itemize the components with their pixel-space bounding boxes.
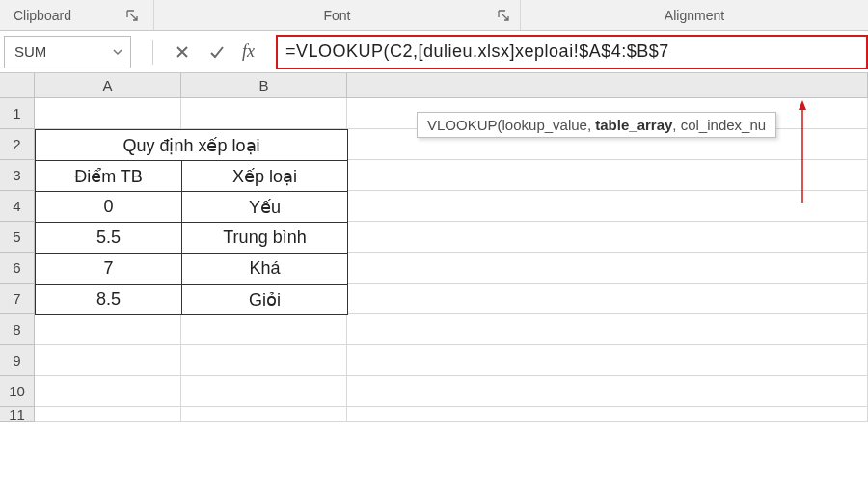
enter-icon[interactable] xyxy=(207,42,227,62)
row-header[interactable]: 5 xyxy=(0,222,35,253)
chevron-down-icon[interactable] xyxy=(111,45,124,59)
cell[interactable] xyxy=(35,314,181,345)
formula-text: =VLOOKUP(C2,[dulieu.xlsx]xeploai!$A$4:$B… xyxy=(285,41,669,62)
fx-icon[interactable]: fx xyxy=(242,41,255,62)
formula-input[interactable]: =VLOOKUP(C2,[dulieu.xlsx]xeploai!$A$4:$B… xyxy=(276,35,868,69)
syntax-arg-2: col_index_nu xyxy=(681,117,766,133)
cell[interactable] xyxy=(347,284,868,314)
cell[interactable] xyxy=(181,407,347,422)
grading-table: Quy định xếp loại Điểm TB Xếp loại 0Yếu … xyxy=(35,129,348,315)
cell[interactable] xyxy=(181,376,347,407)
worksheet-grid[interactable]: 1 2 3 4 5 6 7 8 9 10 11 Quy định xếp loạ… xyxy=(0,98,868,422)
name-box[interactable]: SUM xyxy=(4,36,131,68)
table-cell: Yếu xyxy=(182,192,348,223)
table-cell: 7 xyxy=(36,254,182,285)
name-box-value: SUM xyxy=(14,43,46,60)
ribbon-group-row: Clipboard Font Alignment xyxy=(0,0,868,31)
cell[interactable] xyxy=(181,345,347,376)
row-header[interactable]: 10 xyxy=(0,376,35,407)
syntax-fn: VLOOKUP xyxy=(427,117,498,133)
column-headers: A B xyxy=(0,73,868,98)
separator xyxy=(152,40,153,65)
table-cell: Giỏi xyxy=(182,285,348,315)
cell[interactable] xyxy=(35,345,181,376)
font-label: Font xyxy=(323,8,350,23)
cell[interactable] xyxy=(347,191,868,222)
select-all-corner[interactable] xyxy=(0,73,35,98)
cell[interactable] xyxy=(347,407,868,422)
cell[interactable] xyxy=(181,314,347,345)
ribbon-group-clipboard: Clipboard xyxy=(0,0,154,30)
cell[interactable] xyxy=(347,160,868,191)
svg-marker-1 xyxy=(799,100,806,110)
table-cell: Trung bình xyxy=(182,223,348,254)
cell[interactable] xyxy=(347,345,868,376)
table-cell: 0 xyxy=(36,192,182,223)
table-row: 0Yếu xyxy=(36,192,348,223)
row-header[interactable]: 9 xyxy=(0,345,35,376)
table-row: 8.5Giỏi xyxy=(36,285,348,315)
cancel-icon[interactable] xyxy=(173,42,192,62)
syntax-arg-1: table_array xyxy=(595,117,672,133)
row-header[interactable]: 3 xyxy=(0,160,35,191)
annotation-arrow xyxy=(793,96,812,212)
row-header[interactable]: 1 xyxy=(0,98,35,129)
dialog-launcher-icon[interactable] xyxy=(497,9,510,22)
cell[interactable] xyxy=(347,222,868,253)
table-title: Quy định xếp loại xyxy=(36,130,348,161)
ribbon-group-alignment: Alignment xyxy=(521,0,868,30)
table-row: 5.5Trung bình xyxy=(36,223,348,254)
column-header[interactable]: B xyxy=(181,73,347,98)
row-header[interactable]: 11 xyxy=(0,407,35,422)
table-header: Điểm TB xyxy=(36,161,182,192)
column-header-empty[interactable] xyxy=(347,73,868,98)
row-header[interactable]: 7 xyxy=(0,284,35,314)
syntax-arg-0: lookup_value xyxy=(502,117,587,133)
cell[interactable] xyxy=(181,98,347,129)
cell[interactable] xyxy=(35,376,181,407)
column-header[interactable]: A xyxy=(35,73,181,98)
row-header[interactable]: 4 xyxy=(0,191,35,222)
row-header[interactable]: 6 xyxy=(0,253,35,284)
ribbon-group-font: Font xyxy=(154,0,521,30)
function-syntax-tooltip: VLOOKUP(lookup_value, table_array, col_i… xyxy=(417,112,776,138)
dialog-launcher-icon[interactable] xyxy=(125,9,139,22)
cell[interactable] xyxy=(35,407,181,422)
row-header[interactable]: 8 xyxy=(0,314,35,345)
cell[interactable] xyxy=(347,253,868,284)
alignment-label: Alignment xyxy=(665,8,724,23)
cell[interactable] xyxy=(35,98,181,129)
table-cell: 8.5 xyxy=(36,285,182,315)
clipboard-label: Clipboard xyxy=(14,8,71,23)
formula-bar-row: SUM fx =VLOOKUP(C2,[dulieu.xlsx]xeploai!… xyxy=(0,31,868,73)
table-cell: 5.5 xyxy=(36,223,182,254)
formula-bar-controls: fx xyxy=(143,40,264,65)
table-cell: Khá xyxy=(182,254,348,285)
cell[interactable] xyxy=(347,376,868,407)
cell[interactable] xyxy=(347,314,868,345)
row-header[interactable]: 2 xyxy=(0,129,35,160)
table-header: Xếp loại xyxy=(182,161,348,192)
table-row: 7Khá xyxy=(36,254,348,285)
